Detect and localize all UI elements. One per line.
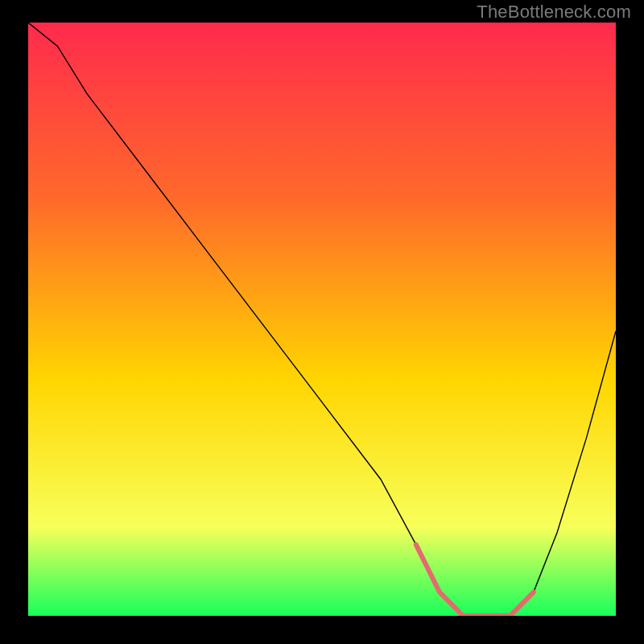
- watermark-text: TheBottleneck.com: [477, 2, 631, 23]
- plot-svg: [28, 23, 616, 616]
- plot-area: [28, 23, 616, 616]
- gradient-bg: [28, 23, 616, 616]
- chart-frame: TheBottleneck.com: [0, 0, 644, 644]
